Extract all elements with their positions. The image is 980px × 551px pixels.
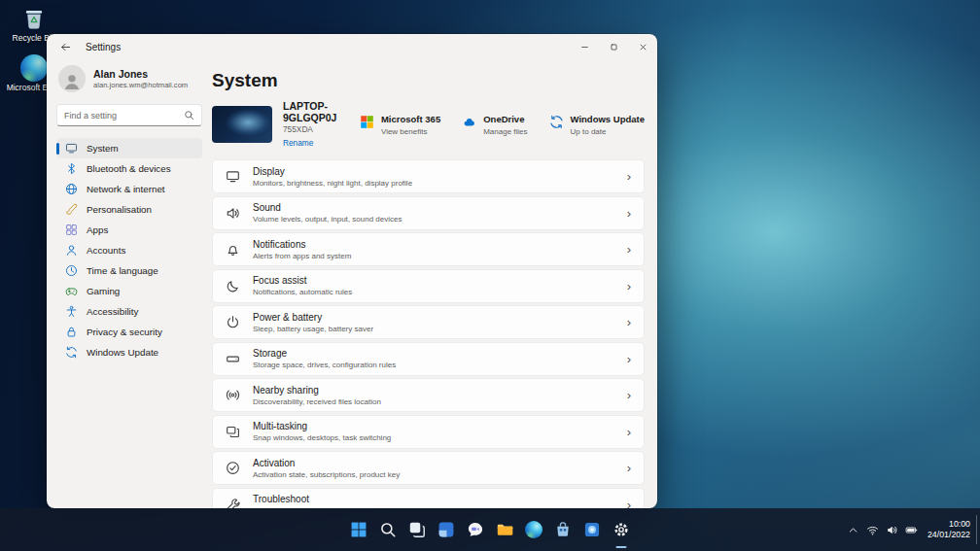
sidebar-item-accounts[interactable]: Accounts <box>56 240 202 260</box>
settings-row-power-battery[interactable]: Power & batterySleep, battery usage, bat… <box>212 305 645 339</box>
settings-row-title: Activation <box>253 458 400 468</box>
tray-clock[interactable]: 10:00 24/01/2022 <box>928 519 970 541</box>
settings-icon <box>612 521 630 538</box>
sidebar-item-label: Time & language <box>87 265 158 276</box>
volume-icon[interactable] <box>886 524 898 536</box>
taskbar-file-explorer-button[interactable] <box>491 515 518 544</box>
titlebar[interactable]: Settings <box>47 34 657 59</box>
settings-row-display[interactable]: DisplayMonitors, brightness, night light… <box>212 159 645 193</box>
sidebar-item-network-internet[interactable]: Network & internet <box>56 179 202 199</box>
edge-icon <box>20 54 48 82</box>
chevron-right-icon: › <box>627 389 631 401</box>
sidebar-item-label: Privacy & security <box>87 327 162 337</box>
start-icon <box>350 521 368 538</box>
taskbar-center <box>345 508 635 551</box>
settings-row-subtitle: Discoverability, received files location <box>253 397 381 406</box>
taskbar-task-view-button[interactable] <box>403 515 431 544</box>
power-icon <box>226 315 240 329</box>
close-button[interactable] <box>628 34 657 59</box>
quick-link-subtitle: Manage files <box>483 127 527 136</box>
sidebar-item-label: Accounts <box>87 245 125 256</box>
quick-link-microsoft-365[interactable]: Microsoft 365View benefits <box>360 114 440 136</box>
sidebar-item-system[interactable]: System <box>56 138 202 158</box>
rename-link[interactable]: Rename <box>283 138 360 148</box>
sidebar-item-windows-update[interactable]: Windows Update <box>56 342 202 362</box>
settings-row-subtitle: Alerts from apps and system <box>253 252 351 260</box>
taskbar-photos-button[interactable] <box>578 515 606 544</box>
sidebar-item-label: System <box>87 143 119 154</box>
system-tray[interactable]: 10:00 24/01/2022 <box>847 508 970 551</box>
taskbar-search-button[interactable] <box>374 515 402 544</box>
settings-nav: SystemBluetooth & devicesNetwork & inter… <box>56 138 202 362</box>
sidebar-item-personalisation[interactable]: Personalisation <box>56 199 202 220</box>
user-profile[interactable]: Alan Jones alan.jones.wm@hotmail.com <box>56 65 202 92</box>
personalisation-icon <box>65 203 78 216</box>
recycle-bin-icon <box>20 5 48 32</box>
taskbar-store-button[interactable] <box>549 515 577 544</box>
activation-icon <box>226 461 240 475</box>
sidebar-item-apps[interactable]: Apps <box>56 220 202 240</box>
sidebar-item-accessibility[interactable]: Accessibility <box>56 301 202 322</box>
sidebar-item-time-language[interactable]: Time & language <box>56 260 202 281</box>
window-title: Settings <box>86 42 121 52</box>
settings-row-activation[interactable]: ActivationActivation state, subscription… <box>212 451 645 485</box>
settings-list: DisplayMonitors, brightness, night light… <box>212 159 645 508</box>
search-box <box>56 104 202 126</box>
quick-link-windows-update[interactable]: Windows UpdateUp to date <box>549 114 645 136</box>
troubleshoot-icon <box>226 498 240 509</box>
settings-row-notifications[interactable]: NotificationsAlerts from apps and system… <box>212 232 645 266</box>
chevron-right-icon: › <box>627 426 631 438</box>
taskbar-chat-button[interactable] <box>462 515 489 544</box>
settings-row-title: Power & battery <box>253 312 373 323</box>
settings-row-title: Focus assist <box>253 275 352 286</box>
settings-row-troubleshoot[interactable]: TroubleshootRecommended troubleshooters,… <box>212 488 645 509</box>
quick-link-onedrive[interactable]: OneDriveManage files <box>462 114 527 136</box>
quick-link-subtitle: Up to date <box>571 127 645 136</box>
minimize-button[interactable] <box>570 34 599 59</box>
multitask-icon <box>226 425 240 439</box>
chevron-right-icon: › <box>627 243 631 256</box>
focus-icon <box>226 279 240 293</box>
chevron-right-icon: › <box>627 462 631 474</box>
sound-icon <box>226 206 240 221</box>
sidebar-item-label: Apps <box>87 224 108 235</box>
onedrive-icon <box>462 115 476 129</box>
device-name: LAPTOP-9GLGQP0J <box>283 100 360 123</box>
quick-link-title: Microsoft 365 <box>381 114 440 124</box>
maximize-button[interactable] <box>599 34 628 59</box>
settings-row-sound[interactable]: SoundVolume levels, output, input, sound… <box>212 196 645 230</box>
sidebar-item-privacy-security[interactable]: Privacy & security <box>56 322 202 342</box>
sidebar-item-label: Bluetooth & devices <box>87 163 171 174</box>
device-thumbnail <box>212 106 272 143</box>
search-input[interactable] <box>64 111 184 121</box>
taskbar-edge-button[interactable] <box>520 515 547 544</box>
sidebar-item-label: Network & internet <box>87 184 165 194</box>
show-desktop-button[interactable] <box>976 515 980 544</box>
battery-icon[interactable] <box>905 524 918 536</box>
settings-row-focus-assist[interactable]: Focus assistNotifications, automatic rul… <box>212 269 645 303</box>
sidebar-item-label: Gaming <box>87 286 120 296</box>
user-email: alan.jones.wm@hotmail.com <box>93 81 188 89</box>
storage-icon <box>226 352 240 366</box>
back-button[interactable] <box>52 36 78 57</box>
window-controls <box>570 34 657 59</box>
chat-icon <box>467 521 484 538</box>
tray-time: 10:00 <box>928 519 970 530</box>
settings-row-nearby-sharing[interactable]: Nearby sharingDiscoverability, received … <box>212 378 645 412</box>
settings-row-title: Multi-tasking <box>253 421 391 431</box>
settings-row-subtitle: Volume levels, output, input, sound devi… <box>253 215 402 224</box>
settings-row-storage[interactable]: StorageStorage space, drives, configurat… <box>212 342 645 376</box>
accessibility-icon <box>65 305 78 318</box>
chevron-up-icon[interactable] <box>847 524 859 536</box>
taskbar-settings-button[interactable] <box>608 515 635 544</box>
wifi-icon[interactable] <box>866 524 879 536</box>
taskbar-widgets-button[interactable] <box>433 515 460 544</box>
taskbar-start-button[interactable] <box>345 515 372 544</box>
file-explorer-icon <box>496 521 513 538</box>
sidebar-item-gaming[interactable]: Gaming <box>56 281 202 301</box>
settings-row-subtitle: Storage space, drives, configuration rul… <box>253 361 396 369</box>
device-header: LAPTOP-9GLGQP0J 755XDA Rename Microsoft … <box>212 100 645 148</box>
settings-row-title: Troubleshoot <box>253 494 434 504</box>
sidebar-item-bluetooth-devices[interactable]: Bluetooth & devices <box>56 158 202 179</box>
settings-row-multi-tasking[interactable]: Multi-taskingSnap windows, desktops, tas… <box>212 415 645 449</box>
